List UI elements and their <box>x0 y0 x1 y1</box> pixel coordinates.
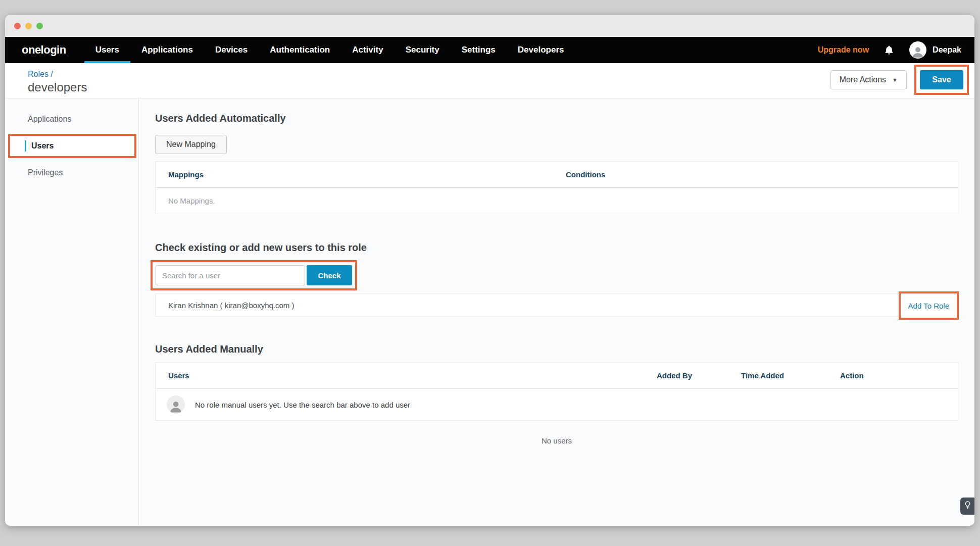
sidebar-item-privileges[interactable]: Privileges <box>5 162 138 183</box>
active-marker <box>25 140 26 152</box>
user-menu[interactable]: Deepak <box>909 41 961 59</box>
window-titlebar <box>5 15 974 37</box>
mappings-table: Mappings Conditions No Mappings. <box>155 161 958 214</box>
manual-users-table: Users Added By Time Added Action No role… <box>155 362 958 421</box>
column-header-time-added: Time Added <box>741 371 840 380</box>
nav-tab-authentication[interactable]: Authentication <box>259 37 341 63</box>
column-header-action: Action <box>840 371 958 380</box>
content-area: Applications Users Privileges Users Adde… <box>5 98 974 526</box>
more-actions-button[interactable]: More Actions ▼ <box>830 70 907 89</box>
sidebar-item-label: Users <box>31 141 54 151</box>
onelogin-logo[interactable]: onelogin <box>22 37 66 63</box>
role-sidebar: Applications Users Privileges <box>5 98 139 526</box>
mappings-empty-row: No Mappings. <box>156 188 958 214</box>
app-window: onelogin Users Applications Devices Auth… <box>5 15 974 526</box>
user-placeholder-icon <box>167 395 185 414</box>
page-header: Roles / developers More Actions ▼ Save <box>5 63 974 98</box>
nav-tab-devices[interactable]: Devices <box>204 37 259 63</box>
chevron-down-icon: ▼ <box>892 77 898 83</box>
sidebar-item-users[interactable]: Users <box>10 136 134 156</box>
check-section-title: Check existing or add new users to this … <box>155 242 958 254</box>
sidebar-item-applications[interactable]: Applications <box>5 109 138 130</box>
annotation-box-save: Save <box>914 65 969 95</box>
search-user-input[interactable] <box>156 265 305 285</box>
column-header-mappings: Mappings <box>156 170 566 179</box>
nav-tab-security[interactable]: Security <box>395 37 451 63</box>
manual-section-title: Users Added Manually <box>155 343 958 355</box>
zoom-window-button[interactable] <box>36 23 43 29</box>
lightbulb-icon <box>964 501 971 512</box>
upgrade-now-link[interactable]: Upgrade now <box>818 45 869 55</box>
annotation-box-search: Check <box>151 260 357 290</box>
main-nav: Users Applications Devices Authenticatio… <box>84 37 575 63</box>
no-users-text: No users <box>155 436 958 445</box>
nav-tab-settings[interactable]: Settings <box>451 37 507 63</box>
save-button[interactable]: Save <box>920 70 963 89</box>
manual-users-table-header: Users Added By Time Added Action <box>156 363 958 389</box>
manual-users-section: Users Added Manually Users Added By Time… <box>155 343 958 445</box>
check-button[interactable]: Check <box>307 265 352 285</box>
user-name: Deepak <box>933 45 961 55</box>
new-mapping-button[interactable]: New Mapping <box>155 135 227 154</box>
column-header-conditions: Conditions <box>566 170 605 179</box>
add-to-role-link[interactable]: Add To Role <box>908 302 949 310</box>
annotation-box-add-to-role: Add To Role <box>899 291 959 320</box>
column-header-users: Users <box>156 371 657 380</box>
nav-tab-activity[interactable]: Activity <box>341 37 394 63</box>
user-result-text: Kiran Krishnan ( kiran@boxyhq.com ) <box>168 301 295 310</box>
minimize-window-button[interactable] <box>25 23 32 29</box>
more-actions-label: More Actions <box>840 75 886 84</box>
auto-section-title: Users Added Automatically <box>155 113 958 124</box>
no-mappings-text: No Mappings. <box>168 196 215 205</box>
nav-tab-users[interactable]: Users <box>84 37 130 63</box>
column-header-added-by: Added By <box>657 371 741 380</box>
nav-tab-developers[interactable]: Developers <box>507 37 575 63</box>
manual-users-empty-text: No role manual users yet. Use the search… <box>195 401 410 409</box>
user-result-row: Kiran Krishnan ( kiran@boxyhq.com ) Add … <box>155 293 958 317</box>
manual-users-empty-row: No role manual users yet. Use the search… <box>156 389 958 420</box>
user-avatar <box>909 41 926 59</box>
sidebar-item-label: Privileges <box>28 168 63 177</box>
help-lightbulb-button[interactable] <box>960 498 974 515</box>
mappings-table-header: Mappings Conditions <box>156 162 958 188</box>
annotation-box-users-tab: Users <box>8 134 136 158</box>
main-panel: Users Added Automatically New Mapping Ma… <box>139 98 974 526</box>
breadcrumb-roles-link[interactable]: Roles / <box>28 70 53 79</box>
navbar-right: Upgrade now Deepak <box>818 37 961 63</box>
top-navbar: onelogin Users Applications Devices Auth… <box>5 37 974 63</box>
nav-tab-applications[interactable]: Applications <box>130 37 204 63</box>
auto-users-section: Users Added Automatically New Mapping Ma… <box>155 113 958 214</box>
check-users-section: Check existing or add new users to this … <box>155 242 958 317</box>
close-window-button[interactable] <box>14 23 21 29</box>
notifications-bell-icon[interactable] <box>884 44 894 56</box>
sidebar-item-label: Applications <box>28 115 71 124</box>
